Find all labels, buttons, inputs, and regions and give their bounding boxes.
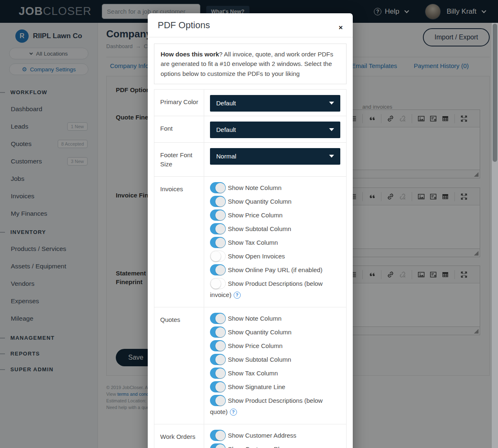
caret-down-icon bbox=[329, 102, 334, 105]
toggle-label: Show Open Invoices bbox=[228, 253, 285, 260]
toggle-label: Show Quantity Column bbox=[228, 198, 291, 205]
scrollbar bbox=[492, 23, 498, 448]
modal-title: PDF Options bbox=[158, 20, 210, 31]
toggle-label: Show Quantity Column bbox=[228, 329, 291, 336]
modal-intro: How does this work? All invoice, quote, … bbox=[154, 44, 347, 84]
toggle-switch[interactable] bbox=[210, 251, 226, 262]
font-row: Font Default bbox=[154, 116, 346, 143]
toggle-option: Show Online Pay URL (if enabled) bbox=[210, 264, 340, 275]
toggle-label: Show Product Descriptions (below invoice… bbox=[210, 280, 322, 298]
toggle-label: Show Price Column bbox=[228, 342, 283, 349]
primary-color-select[interactable]: Default bbox=[210, 95, 340, 112]
toggle-option: Show Customer Phone bbox=[210, 443, 340, 448]
quotes-label: Quotes bbox=[154, 307, 204, 424]
toggle-switch[interactable] bbox=[210, 264, 226, 275]
toggle-option: Show Product Descriptions (below invoice… bbox=[210, 278, 340, 300]
toggle-label: Show Customer Phone bbox=[228, 446, 292, 448]
toggle-option: Show Price Column bbox=[210, 209, 340, 221]
toggle-switch[interactable] bbox=[210, 196, 226, 207]
caret-down-icon bbox=[329, 155, 334, 158]
footer-font-size-label: Footer Font Size bbox=[154, 143, 204, 177]
toggle-option: Show Subtotal Column bbox=[210, 223, 340, 234]
invoices-toggle-list: Show Note ColumnShow Quantity ColumnShow… bbox=[204, 177, 346, 307]
toggle-label: Show Tax Column bbox=[228, 239, 278, 246]
pdf-options-modal: PDF Options × How does this work? All in… bbox=[148, 13, 353, 448]
toggle-switch[interactable] bbox=[210, 340, 226, 351]
toggle-switch[interactable] bbox=[210, 395, 226, 406]
toggle-label: Show Customer Address bbox=[228, 432, 296, 439]
toggle-switch[interactable] bbox=[210, 313, 226, 324]
footer-font-size-row: Footer Font Size Normal bbox=[154, 143, 346, 177]
toggle-option: Show Product Descriptions (below quote)? bbox=[210, 395, 340, 417]
toggle-switch[interactable] bbox=[210, 326, 226, 338]
quotes-toggle-row: Quotes Show Note ColumnShow Quantity Col… bbox=[154, 307, 346, 424]
help-icon[interactable]: ? bbox=[230, 409, 237, 416]
toggle-switch[interactable] bbox=[210, 182, 226, 193]
toggle-option: Show Note Column bbox=[210, 313, 340, 324]
invoices-label: Invoices bbox=[154, 177, 204, 307]
toggle-label: Show Tax Column bbox=[228, 370, 278, 377]
app-window: JOBCLOSER What's New? ? Help Billy Kraft… bbox=[0, 0, 498, 448]
toggle-label: Show Online Pay URL (if enabled) bbox=[228, 266, 322, 273]
work-orders-label: Work Orders bbox=[154, 424, 204, 448]
invoices-toggle-row: Invoices Show Note ColumnShow Quantity C… bbox=[154, 177, 346, 307]
toggle-switch[interactable] bbox=[210, 430, 226, 441]
caret-down-icon bbox=[329, 128, 334, 131]
primary-color-label: Primary Color bbox=[154, 90, 204, 116]
toggle-switch[interactable] bbox=[210, 368, 226, 379]
work-orders-toggle-list: Show Customer AddressShow Customer Phone… bbox=[204, 424, 346, 448]
toggle-label: Show Product Descriptions (below quote) bbox=[210, 397, 322, 415]
toggle-option: Show Price Column bbox=[210, 340, 340, 351]
toggle-label: Show Note Column bbox=[228, 315, 281, 322]
toggle-option: Show Note Column bbox=[210, 182, 340, 193]
close-icon[interactable]: × bbox=[339, 24, 343, 31]
toggle-label: Show Subtotal Column bbox=[228, 225, 291, 232]
toggle-switch[interactable] bbox=[210, 223, 226, 234]
footer-font-size-select[interactable]: Normal bbox=[210, 148, 340, 165]
toggle-switch[interactable] bbox=[210, 278, 226, 289]
primary-color-row: Primary Color Default bbox=[154, 90, 346, 116]
font-select[interactable]: Default bbox=[210, 122, 340, 138]
toggle-option: Show Open Invoices bbox=[210, 251, 340, 262]
help-icon[interactable]: ? bbox=[234, 292, 241, 299]
toggle-switch[interactable] bbox=[210, 443, 226, 448]
toggle-option: Show Tax Column bbox=[210, 237, 340, 248]
quotes-toggle-list: Show Note ColumnShow Quantity ColumnShow… bbox=[204, 307, 346, 424]
toggle-option: Show Customer Address bbox=[210, 430, 340, 441]
toggle-switch[interactable] bbox=[210, 381, 226, 392]
toggle-option: Show Signature Line bbox=[210, 381, 340, 392]
toggle-label: Show Price Column bbox=[228, 212, 283, 219]
toggle-label: Show Signature Line bbox=[228, 383, 285, 390]
toggle-option: Show Subtotal Column bbox=[210, 354, 340, 365]
toggle-switch[interactable] bbox=[210, 237, 226, 248]
toggle-option: Show Quantity Column bbox=[210, 326, 340, 338]
toggle-option: Show Quantity Column bbox=[210, 196, 340, 207]
toggle-option: Show Tax Column bbox=[210, 368, 340, 379]
scrollbar-thumb[interactable] bbox=[493, 24, 497, 162]
toggle-switch[interactable] bbox=[210, 354, 226, 365]
pdf-options-form: Primary Color Default Font Default Foote… bbox=[154, 89, 347, 448]
toggle-label: Show Subtotal Column bbox=[228, 356, 291, 363]
toggle-switch[interactable] bbox=[210, 209, 226, 221]
font-label: Font bbox=[154, 116, 204, 142]
toggle-label: Show Note Column bbox=[228, 184, 281, 191]
work-orders-toggle-row: Work Orders Show Customer AddressShow Cu… bbox=[154, 424, 346, 448]
